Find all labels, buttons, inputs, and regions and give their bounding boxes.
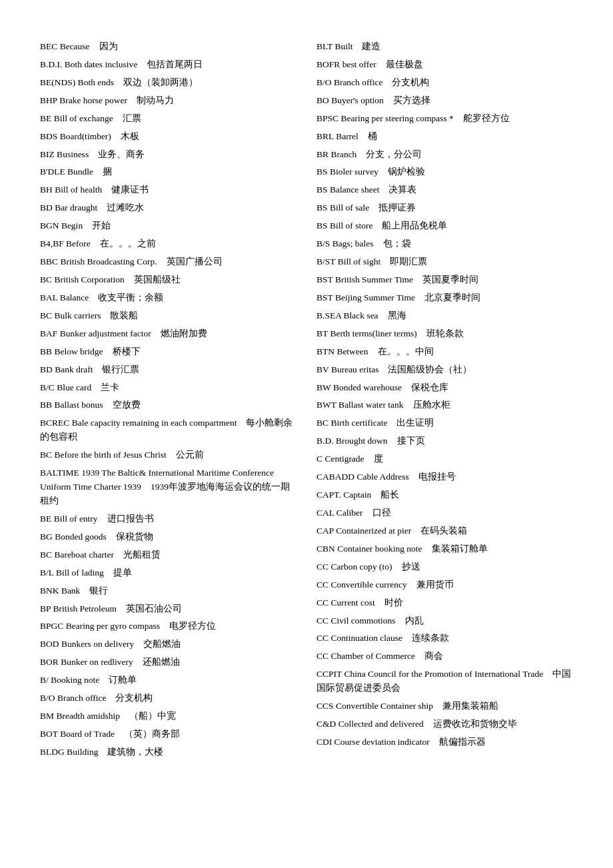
zh-text: 分支机构 <box>115 693 153 703</box>
zh-text: 抵押证券 <box>378 203 416 213</box>
abbr-text: CC Carbon copy (to) <box>316 562 392 572</box>
list-item: BB Ballast bonus 空放费 <box>40 398 297 412</box>
zh-text: 度 <box>374 454 383 464</box>
abbr-text: CAP Containerized at pier <box>316 526 411 536</box>
abbr-text: B/ST Bill of sight <box>316 256 380 266</box>
zh-text: 开始 <box>92 220 111 230</box>
zh-text: 因为 <box>99 41 118 51</box>
list-item: CAL Caliber 口径 <box>316 506 573 520</box>
zh-text: 订舱单 <box>109 675 137 685</box>
zh-text: 英国石油公司 <box>126 604 182 614</box>
abbr-text: BRL Barrel <box>316 131 358 141</box>
list-item: CC Current cost 时价 <box>316 596 573 610</box>
zh-text: 黑海 <box>388 310 406 320</box>
zh-text: 木板 <box>121 131 139 141</box>
list-item: BS Bill of sale 抵押证券 <box>316 201 573 215</box>
abbr-text: BG Bonded goods <box>40 532 107 542</box>
list-item: CDI Course deviation indicator 航偏指示器 <box>316 735 573 749</box>
zh-text: 舵罗径方位 <box>463 113 510 123</box>
main-content: BEC Because 因为B.D.I. Both dates inclusiv… <box>40 40 573 763</box>
abbr-text: CCS Convertible Container ship <box>316 701 433 711</box>
zh-text: 船长 <box>380 490 399 500</box>
abbr-text: BH Bill of health <box>40 185 102 195</box>
list-item: CC Chamber of Commerce 商会 <box>316 650 573 663</box>
zh-text: 业务、商务 <box>98 149 145 159</box>
zh-text: 散装船 <box>110 310 138 320</box>
zh-text: 在。。。之前 <box>100 238 156 248</box>
list-item: BLDG Building 建筑物，大楼 <box>40 745 297 759</box>
zh-text: 班轮条款 <box>426 328 464 338</box>
abbr-text: BDS Board(timber) <box>40 131 111 141</box>
list-item: BE Bill of entry 进口报告书 <box>40 512 297 526</box>
zh-text: 航偏指示器 <box>439 737 486 747</box>
zh-text: 汇票 <box>123 113 141 123</box>
list-item: BOD Bunkers on delivery 交船燃油 <box>40 638 297 651</box>
zh-text: 保税货物 <box>116 532 153 542</box>
zh-text: 兼用货币 <box>416 580 454 590</box>
list-item: CBN Container booking note 集装箱订舱单 <box>316 542 573 556</box>
abbr-text: B.D.I. Both dates inclusive <box>40 59 137 69</box>
zh-text: 兰卡 <box>101 382 119 392</box>
zh-text: 北京夏季时间 <box>424 292 480 302</box>
list-item: BE Bill of exchange 汇票 <box>40 112 297 126</box>
abbr-text: BD Bar draught <box>40 203 97 213</box>
zh-text: 最佳极盘 <box>386 59 423 69</box>
list-item: BT Berth terms(liner terms) 班轮条款 <box>316 327 573 341</box>
zh-text: 运费收讫和货物交毕 <box>433 719 517 729</box>
list-item: BC Birth certificate 出生证明 <box>316 416 573 430</box>
list-item: BALTIME 1939 The Baltic& International M… <box>40 466 297 508</box>
list-item: B/O Branch office 分支机构 <box>40 691 297 705</box>
abbr-text: BHP Brake horse power <box>40 95 127 105</box>
zh-text: （船）中宽 <box>129 711 176 721</box>
zh-text: 建筑物，大楼 <box>107 747 163 757</box>
zh-text: 银行 <box>89 586 108 596</box>
left-column: BEC Because 因为B.D.I. Both dates inclusiv… <box>40 40 297 763</box>
abbr-text: BEC Because <box>40 41 90 51</box>
list-item: BCREC Bale capacity remaining in each co… <box>40 416 297 444</box>
list-item: CCPIT China Council for the Promotion of… <box>316 667 573 695</box>
list-item: B/ Booking note 订舱单 <box>40 673 297 687</box>
list-item: CABADD Cable Address 电报挂号 <box>316 470 573 484</box>
abbr-text: BCREC Bale capacity remaining in each co… <box>40 418 237 428</box>
abbr-text: CC Continuation clause <box>316 633 402 643</box>
list-item: BC British Corporation 英国船级社 <box>40 273 297 287</box>
abbr-text: B.D. Brought down <box>316 436 388 446</box>
abbr-text: CC Current cost <box>316 598 375 608</box>
abbr-text: BWT Ballast water tank <box>316 400 404 410</box>
zh-text: 内乱 <box>405 616 424 626</box>
list-item: BS Balance sheet 决算表 <box>316 183 573 197</box>
list-item: BLT Built 建造 <box>316 40 573 54</box>
zh-text: 公元前 <box>176 450 204 460</box>
zh-text: 光船租赁 <box>123 550 161 560</box>
abbr-text: BE Bill of exchange <box>40 113 113 123</box>
abbr-text: BPSC Bearing per steering compass * <box>316 113 454 123</box>
abbr-text: BB Below bridge <box>40 346 103 356</box>
list-item: BST Beijing Summer Time 北京夏季时间 <box>316 291 573 305</box>
zh-text: 法国船级协会（社） <box>388 364 472 374</box>
list-item: BHP Brake horse power 制动马力 <box>40 94 297 108</box>
zh-text: 口径 <box>372 508 391 518</box>
zh-text: 建造 <box>362 41 380 51</box>
zh-text: （英）商务部 <box>124 729 180 739</box>
abbr-text: CC Convertible currency <box>316 580 407 590</box>
list-item: B'DLE Bundle 捆 <box>40 165 297 179</box>
zh-text: 英国船级社 <box>134 274 181 284</box>
zh-text: 包；袋 <box>383 238 411 248</box>
list-item: BOT Board of Trade （英）商务部 <box>40 727 297 741</box>
abbr-text: CCPIT China Council for the Promotion of… <box>316 669 543 679</box>
abbr-text: BAL Balance <box>40 292 89 302</box>
list-item: C Centigrade 度 <box>316 452 573 466</box>
list-item: BS Bioler survey 锅炉检验 <box>316 165 573 179</box>
zh-text: 桥楼下 <box>113 346 141 356</box>
list-item: BOFR best offer 最佳极盘 <box>316 58 573 72</box>
list-item: CCS Convertible Container ship 兼用集装箱船 <box>316 699 573 713</box>
abbr-text: BOT Board of Trade <box>40 729 115 739</box>
list-item: BR Branch 分支，分公司 <box>316 148 573 162</box>
list-item: BPGC Bearing per gyro compass 电罗径方位 <box>40 620 297 634</box>
abbr-text: BP British Petroleum <box>40 604 117 614</box>
zh-text: 锅炉检验 <box>388 167 425 177</box>
abbr-text: CAL Caliber <box>316 508 363 518</box>
zh-text: 银行汇票 <box>102 364 139 374</box>
abbr-text: BOR Bunker on redlivery <box>40 657 133 667</box>
abbr-text: BNK Bank <box>40 586 80 596</box>
